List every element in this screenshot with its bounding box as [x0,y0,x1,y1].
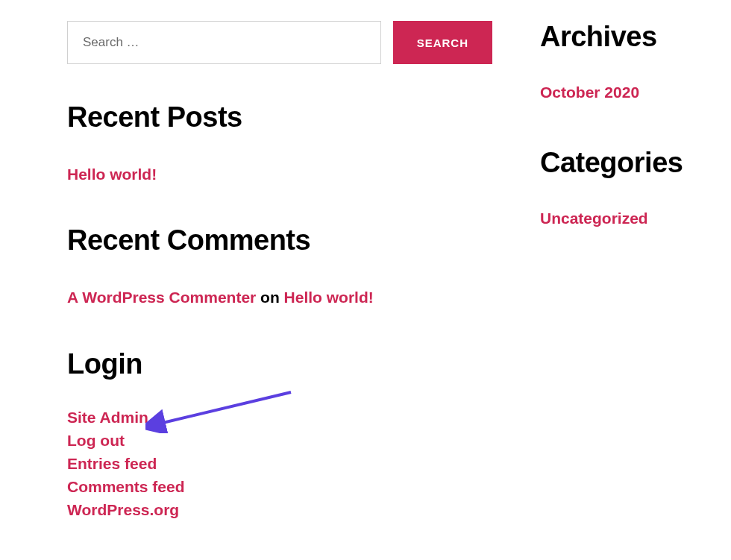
search-button[interactable]: SEARCH [393,21,492,64]
comment-on-word: on [260,289,280,306]
recent-comments-heading: Recent Comments [67,224,492,257]
recent-posts-section: Recent Posts Hello world! [67,101,492,187]
search-input[interactable] [67,21,381,64]
login-link-entries-feed[interactable]: Entries feed [67,455,157,472]
recent-comments-section: Recent Comments A WordPress Commenter on… [67,224,492,310]
category-link[interactable]: Uncategorized [540,210,648,227]
login-link-wordpress-org[interactable]: WordPress.org [67,501,179,518]
search-form: SEARCH [67,21,492,64]
comment-post-link[interactable]: Hello world! [284,289,374,306]
login-section: Login Site Admin Log out Entries feed Co… [67,348,492,519]
recent-posts-heading: Recent Posts [67,101,492,133]
recent-comment-item: A WordPress Commenter on Hello world! [67,285,492,310]
recent-post-link[interactable]: Hello world! [67,166,157,183]
categories-heading: Categories [540,147,683,179]
login-link-comments-feed[interactable]: Comments feed [67,478,185,495]
archive-link[interactable]: October 2020 [540,84,639,101]
comment-author-link[interactable]: A WordPress Commenter [67,289,256,306]
login-link-log-out[interactable]: Log out [67,432,125,449]
login-link-site-admin[interactable]: Site Admin [67,409,148,426]
login-heading: Login [67,348,492,380]
categories-section: Categories Uncategorized [540,147,683,231]
archives-section: Archives October 2020 [540,21,683,105]
archives-heading: Archives [540,21,683,53]
